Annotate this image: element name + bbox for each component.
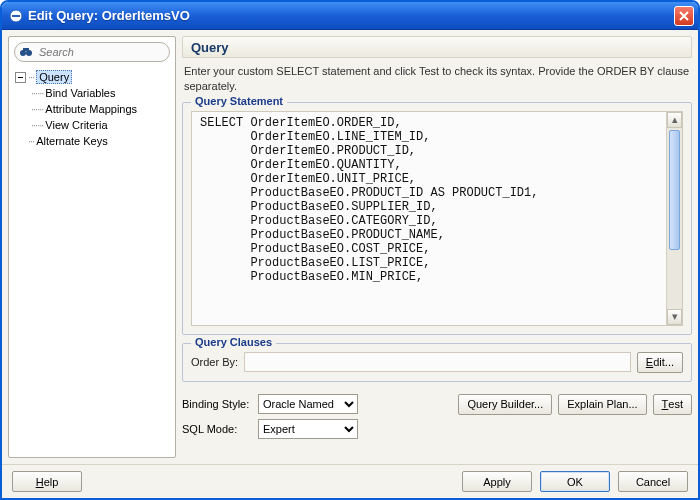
tree-label: Query bbox=[36, 70, 72, 84]
scroll-thumb[interactable] bbox=[669, 130, 680, 250]
tree-label: Attribute Mappings bbox=[45, 103, 137, 115]
tree-node-alternate-keys[interactable]: ··· Alternate Keys bbox=[15, 133, 175, 149]
tree-label: Bind Variables bbox=[45, 87, 115, 99]
binding-style-label: Binding Style: bbox=[182, 398, 252, 410]
tree-node-query[interactable]: ··· Query bbox=[15, 69, 175, 85]
sql-mode-select[interactable]: Expert bbox=[258, 419, 358, 439]
scroll-down-icon[interactable]: ▾ bbox=[667, 309, 682, 325]
tree-node-view-criteria[interactable]: ······ View Criteria bbox=[31, 117, 175, 133]
explain-plan-button[interactable]: Explain Plan... bbox=[558, 394, 646, 415]
collapse-icon[interactable] bbox=[15, 72, 26, 83]
dialog-window: Edit Query: OrderItemsVO ··· Query bbox=[0, 0, 700, 500]
binoculars-icon bbox=[19, 44, 33, 60]
tree-label: View Criteria bbox=[45, 119, 107, 131]
query-clauses-fieldset: Query Clauses Order By: Edit... bbox=[182, 343, 692, 382]
apply-button[interactable]: Apply bbox=[462, 471, 532, 492]
tree-node-attribute-mappings[interactable]: ······ Attribute Mappings bbox=[31, 101, 175, 117]
cancel-button[interactable]: Cancel bbox=[618, 471, 688, 492]
dialog-body: ··· Query ······ Bind Variables ······ A… bbox=[2, 30, 698, 464]
page-title: Query bbox=[182, 36, 692, 58]
svg-rect-6 bbox=[23, 48, 29, 51]
query-statement-legend: Query Statement bbox=[191, 95, 287, 107]
sql-mode-row: SQL Mode: Expert bbox=[182, 419, 692, 439]
svg-rect-1 bbox=[12, 15, 20, 17]
main-panel: Query Enter your custom SELECT statement… bbox=[182, 36, 692, 458]
edit-order-by-button[interactable]: Edit... bbox=[637, 352, 683, 373]
close-button[interactable] bbox=[674, 6, 694, 26]
sidebar: ··· Query ······ Bind Variables ······ A… bbox=[8, 36, 176, 458]
tree-label: Alternate Keys bbox=[36, 135, 108, 147]
tree-node-bind-variables[interactable]: ······ Bind Variables bbox=[31, 85, 175, 101]
order-by-label: Order By: bbox=[191, 356, 238, 368]
order-by-input[interactable] bbox=[244, 352, 631, 372]
query-statement-fieldset: Query Statement SELECT OrderItemEO.ORDER… bbox=[182, 102, 692, 335]
ok-button[interactable]: OK bbox=[540, 471, 610, 492]
test-button[interactable]: Test bbox=[653, 394, 692, 415]
sql-textarea[interactable]: SELECT OrderItemEO.ORDER_ID, OrderItemEO… bbox=[191, 111, 683, 326]
help-button[interactable]: Help bbox=[12, 471, 82, 492]
titlebar: Edit Query: OrderItemsVO bbox=[2, 2, 698, 30]
search-input[interactable] bbox=[37, 45, 176, 59]
binding-style-select[interactable]: Oracle Named bbox=[258, 394, 358, 414]
search-field-wrapper bbox=[14, 42, 170, 62]
sql-mode-label: SQL Mode: bbox=[182, 423, 252, 435]
nav-tree: ··· Query ······ Bind Variables ······ A… bbox=[9, 67, 175, 457]
binding-style-row: Binding Style: Oracle Named Query Builde… bbox=[182, 394, 692, 415]
vertical-scrollbar[interactable]: ▴ ▾ bbox=[666, 112, 682, 325]
query-builder-button[interactable]: Query Builder... bbox=[458, 394, 552, 415]
query-clauses-legend: Query Clauses bbox=[191, 336, 276, 348]
scroll-up-icon[interactable]: ▴ bbox=[667, 112, 682, 128]
app-icon bbox=[8, 8, 24, 24]
dialog-footer: Help Apply OK Cancel bbox=[2, 464, 698, 498]
window-title: Edit Query: OrderItemsVO bbox=[28, 8, 674, 23]
